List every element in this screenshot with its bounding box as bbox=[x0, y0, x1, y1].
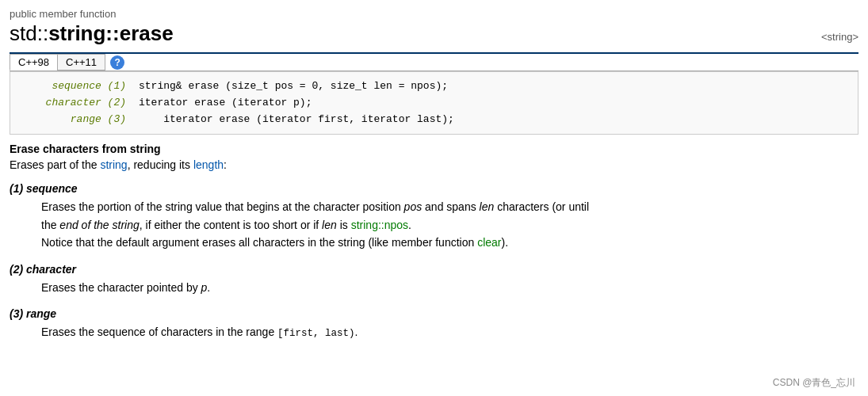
title-line: std::string::erase <string> bbox=[10, 21, 858, 46]
code-content-2: iterator erase (iterator p); bbox=[139, 95, 312, 112]
s3-text2: . bbox=[355, 326, 358, 338]
s1-text6: is bbox=[337, 219, 351, 231]
npos-link[interactable]: string::npos bbox=[351, 219, 408, 231]
intro-after: : bbox=[224, 158, 227, 171]
description-title: Erase characters from string bbox=[10, 143, 858, 155]
s1-text2: and spans bbox=[422, 200, 479, 213]
code-content-3: iterator erase (iterator first, iterator… bbox=[139, 112, 454, 128]
s1-text5: , if either the content is too short or … bbox=[140, 219, 322, 231]
namespace-text: std:: bbox=[10, 21, 48, 45]
intro-text: Erases part of the string, reducing its … bbox=[10, 158, 858, 171]
intro-before-link1: Erases part of the bbox=[10, 158, 100, 171]
s2-text1: Erases the character pointed by bbox=[41, 281, 201, 294]
s2-text2: . bbox=[207, 281, 210, 294]
s3-text1: Erases the sequence of characters in the… bbox=[41, 326, 277, 338]
code-line-3: range (3) iterator erase (iterator first… bbox=[23, 112, 845, 128]
s1-text4: the bbox=[41, 219, 59, 231]
section-2-title: (2) character bbox=[10, 263, 76, 276]
code-content-1: string& erase (size_t pos = 0, size_t le… bbox=[139, 78, 448, 95]
section-2-body: Erases the character pointed by p. bbox=[41, 279, 858, 296]
s1-text8: Notice that the default argument erases … bbox=[41, 236, 477, 249]
section-3-body: Erases the sequence of characters in the… bbox=[41, 323, 858, 341]
s1-len2: len bbox=[322, 219, 337, 231]
code-line-2: character (2) iterator erase (iterator p… bbox=[23, 95, 845, 112]
header-tag: <string> bbox=[821, 31, 858, 43]
code-comment-2: character (2) bbox=[23, 95, 126, 112]
string-link[interactable]: string bbox=[100, 158, 127, 171]
section-2: (2) character bbox=[10, 263, 858, 276]
s3-range: [first, last) bbox=[277, 328, 355, 339]
public-member-label: public member function bbox=[10, 8, 858, 20]
code-line-1: sequence (1) string& erase (size_t pos =… bbox=[23, 78, 845, 95]
code-comment-3: range (3) bbox=[23, 112, 126, 128]
code-comment-1: sequence (1) bbox=[23, 78, 126, 95]
help-icon[interactable]: ? bbox=[110, 55, 124, 70]
s1-text3: characters (or until bbox=[494, 200, 589, 213]
s1-text7: . bbox=[408, 219, 411, 231]
section-1-title: (1) sequence bbox=[10, 182, 78, 195]
bottom-credit: CSDN @青色_忘川 bbox=[773, 376, 855, 390]
s1-text1: Erases the portion of the string value t… bbox=[41, 200, 404, 213]
s1-text9: ). bbox=[502, 236, 509, 249]
section-1: (1) sequence bbox=[10, 182, 858, 195]
page-title: std::string::erase bbox=[10, 21, 174, 46]
tab-strip: C++98 C++11 ? bbox=[10, 54, 858, 71]
length-link[interactable]: length bbox=[193, 158, 224, 171]
tab-cpp11[interactable]: C++11 bbox=[57, 54, 105, 70]
section-3-title: (3) range bbox=[10, 307, 56, 320]
clear-link[interactable]: clear bbox=[477, 236, 501, 249]
s1-end-of-string: end of the string bbox=[59, 219, 139, 231]
code-box: sequence (1) string& erase (size_t pos =… bbox=[10, 71, 858, 135]
section-1-body: Erases the portion of the string value t… bbox=[41, 198, 858, 251]
s1-len: len bbox=[480, 200, 495, 213]
s1-pos: pos bbox=[404, 200, 423, 213]
tab-cpp98[interactable]: C++98 bbox=[10, 54, 57, 70]
class-text: string::erase bbox=[48, 21, 174, 45]
intro-before-link2: , reducing its bbox=[128, 158, 193, 171]
section-3: (3) range bbox=[10, 307, 858, 320]
